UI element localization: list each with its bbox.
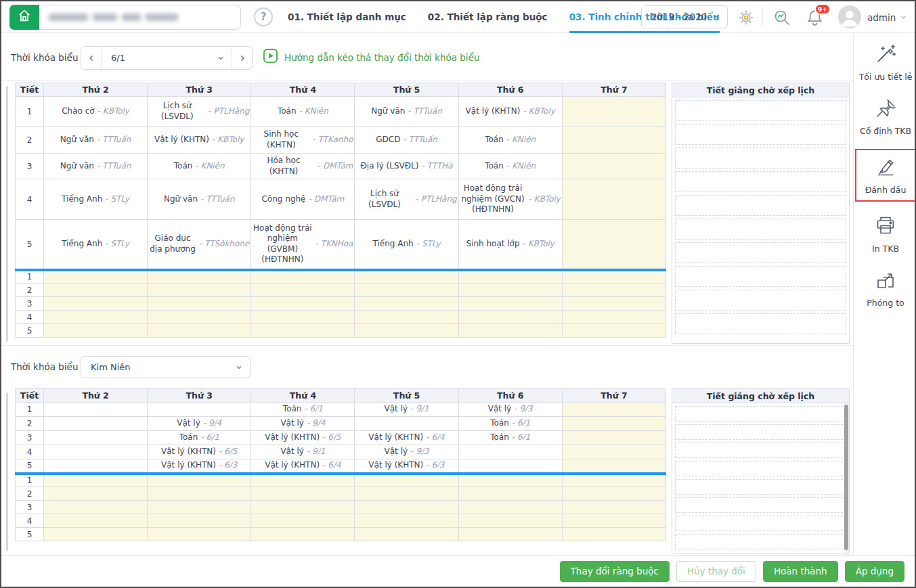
empty-cell[interactable] <box>355 417 458 431</box>
free-slot-cell[interactable] <box>562 97 666 127</box>
free-slot-cell[interactable] <box>562 431 666 445</box>
settings-gear-icon[interactable] <box>737 9 755 29</box>
lesson-cell[interactable]: Vật lý9/1 <box>251 445 355 459</box>
empty-cell[interactable] <box>44 403 148 417</box>
waiting-slot[interactable] <box>675 516 846 531</box>
free-slot-cell[interactable] <box>251 270 355 284</box>
prev-class-button[interactable] <box>81 47 102 69</box>
waiting-slot[interactable] <box>675 171 846 192</box>
free-slot-cell[interactable] <box>562 284 666 297</box>
left-scrollbar[interactable] <box>6 392 8 551</box>
footer-button-3[interactable]: Hoàn thành <box>763 561 838 582</box>
free-slot-cell[interactable] <box>44 528 148 541</box>
free-slot-cell[interactable] <box>562 417 666 431</box>
lesson-cell[interactable]: Vật lý (KHTN)6/5 <box>148 445 251 459</box>
lesson-cell[interactable]: Chào cờKBToly <box>44 97 148 127</box>
school-year-select[interactable]: 2019 - 2020 <box>641 5 728 28</box>
free-slot-cell[interactable] <box>355 297 458 311</box>
free-slot-cell[interactable] <box>148 297 251 311</box>
lesson-cell[interactable]: Vật lý (KHTN)6/4 <box>355 431 458 445</box>
free-slot-cell[interactable] <box>562 528 666 541</box>
free-slot-cell[interactable] <box>148 270 251 284</box>
lesson-cell[interactable]: Lịch sử (LSVĐL)PTLHằng <box>355 179 458 220</box>
lesson-cell[interactable]: Toán6/1 <box>458 431 562 445</box>
lesson-cell[interactable]: Vật lý (KHTN)KBToly <box>458 97 562 127</box>
tab-1[interactable]: 01. Thiết lập danh mục <box>288 1 406 33</box>
free-slot-cell[interactable] <box>458 297 562 311</box>
waiting-slot[interactable] <box>675 148 846 168</box>
free-slot-cell[interactable] <box>148 284 251 297</box>
lesson-cell[interactable]: Toán6/1 <box>148 431 251 445</box>
free-slot-cell[interactable] <box>251 528 355 541</box>
free-slot-cell[interactable] <box>251 474 355 487</box>
waiting-slot[interactable] <box>675 219 846 240</box>
lesson-cell[interactable]: Toán6/1 <box>458 417 562 431</box>
tab-2[interactable]: 02. Thiết lập ràng buộc <box>428 1 548 33</box>
search-report-icon[interactable] <box>772 9 791 30</box>
free-slot-cell[interactable] <box>562 220 666 270</box>
lesson-cell[interactable]: ToánKNiên <box>251 97 355 127</box>
empty-cell[interactable] <box>44 431 148 445</box>
lesson-cell[interactable]: Tiếng AnhSTLy <box>355 220 458 270</box>
free-slot-cell[interactable] <box>562 311 666 324</box>
free-slot-cell[interactable] <box>44 297 148 311</box>
home-button[interactable] <box>9 5 39 30</box>
lesson-cell[interactable]: Ngữ vănTTTuấn <box>44 154 148 179</box>
waiting-slot[interactable] <box>675 290 846 311</box>
waiting-slot[interactable] <box>675 266 846 287</box>
waiting-panel-scrollbar[interactable] <box>844 403 849 555</box>
class-select[interactable]: 6/1 <box>102 47 232 69</box>
lesson-cell[interactable]: Vật lý9/4 <box>148 417 251 431</box>
free-slot-cell[interactable] <box>562 474 666 487</box>
free-slot-cell[interactable] <box>355 501 458 514</box>
scrollbar-thumb[interactable] <box>844 405 848 550</box>
free-slot-cell[interactable] <box>458 487 562 501</box>
free-slot-cell[interactable] <box>148 324 251 338</box>
free-slot-cell[interactable] <box>355 474 458 487</box>
free-slot-cell[interactable] <box>355 270 458 284</box>
free-slot-cell[interactable] <box>251 311 355 324</box>
waiting-slot[interactable] <box>675 424 846 440</box>
lesson-cell[interactable]: Vật lý (KHTN)KBToly <box>148 127 251 154</box>
lesson-cell[interactable]: Hóa học (KHTN)DMTâm <box>251 154 355 179</box>
free-slot-cell[interactable] <box>251 297 355 311</box>
free-slot-cell[interactable] <box>562 324 666 338</box>
help-button[interactable]: ? <box>254 7 273 26</box>
empty-cell[interactable] <box>148 403 251 417</box>
free-slot-cell[interactable] <box>458 474 562 487</box>
free-slot-cell[interactable] <box>562 297 666 311</box>
footer-button-1[interactable]: Thay đổi ràng buộc <box>560 561 670 582</box>
free-slot-cell[interactable] <box>251 514 355 528</box>
free-slot-cell[interactable] <box>458 270 562 284</box>
teacher-select[interactable]: Kim Niên <box>81 356 250 378</box>
lesson-cell[interactable]: Vật lý9/3 <box>355 445 458 459</box>
free-slot-cell[interactable] <box>458 514 562 528</box>
free-slot-cell[interactable] <box>562 403 666 417</box>
free-slot-cell[interactable] <box>562 179 666 220</box>
free-slot-cell[interactable] <box>562 270 666 284</box>
lesson-cell[interactable]: GDCDTTTuấn <box>355 127 458 154</box>
empty-cell[interactable] <box>458 459 562 474</box>
lesson-cell[interactable]: ToánKNiên <box>458 127 562 154</box>
lesson-cell[interactable]: Giáo dục địa phươngTTSôkhone <box>148 220 251 270</box>
free-slot-cell[interactable] <box>562 445 666 459</box>
free-slot-cell[interactable] <box>44 324 148 338</box>
free-slot-cell[interactable] <box>148 311 251 324</box>
free-slot-cell[interactable] <box>562 514 666 528</box>
waiting-slot[interactable] <box>675 497 846 513</box>
lesson-cell[interactable]: Công nghệDMTâm <box>251 179 355 220</box>
lesson-cell[interactable]: Ngữ vănTTTuấn <box>148 179 251 220</box>
free-slot-cell[interactable] <box>355 324 458 338</box>
school-name-field[interactable] <box>9 5 241 30</box>
lesson-cell[interactable]: ToánKNiên <box>148 154 251 179</box>
free-slot-cell[interactable] <box>355 487 458 501</box>
free-slot-cell[interactable] <box>355 514 458 528</box>
free-slot-cell[interactable] <box>562 501 666 514</box>
waiting-slot[interactable] <box>675 313 846 334</box>
lesson-cell[interactable]: Vật lý (KHTN)6/4 <box>251 459 355 474</box>
lesson-cell[interactable]: Hoạt động trải nghiệm (GVBM) (HĐTNHN)TKN… <box>251 220 355 270</box>
empty-cell[interactable] <box>44 459 148 474</box>
lesson-cell[interactable]: Ngữ vănTTTuấn <box>355 97 458 127</box>
free-slot-cell[interactable] <box>458 284 562 297</box>
lesson-cell[interactable]: ToánKNiên <box>458 154 562 179</box>
